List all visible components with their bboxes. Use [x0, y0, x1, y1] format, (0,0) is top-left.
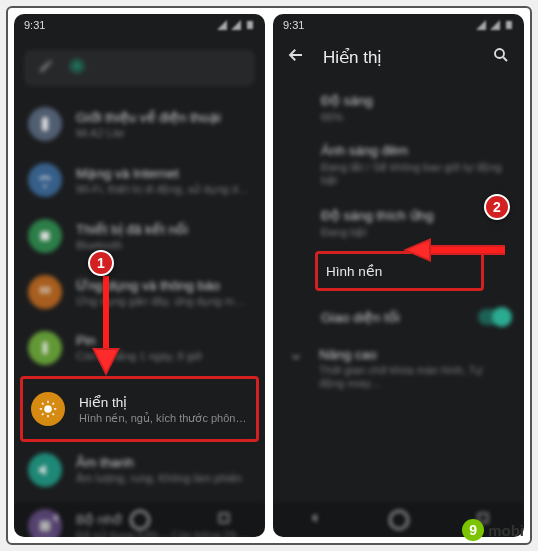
setting-sub: Thời gian chờ khóa màn hình, Tự động xoa… [319, 364, 510, 390]
setting-advanced[interactable]: Nâng cao Thời gian chờ khóa màn hình, Tự… [273, 335, 524, 390]
phone-info-icon [28, 107, 62, 141]
bluetooth-icon [28, 219, 62, 253]
setting-wallpaper[interactable]: Hình nền [326, 264, 382, 279]
svg-rect-21 [506, 21, 512, 29]
watermark-badge: 9 [462, 519, 484, 541]
svg-marker-0 [217, 20, 227, 30]
arrow-left-to-wallpaper [399, 232, 509, 268]
svg-marker-17 [95, 350, 117, 372]
svg-point-4 [75, 64, 80, 69]
status-time: 9:31 [24, 19, 45, 31]
setting-sub: Đang tắt / Sẽ không bao giờ tự động bật [321, 161, 510, 187]
svg-point-11 [44, 291, 47, 294]
row-connected-devices[interactable]: Thiết bị đã kết nối Bluetooth [14, 208, 265, 264]
edit-icon [38, 58, 54, 78]
row-sub: Wi-Fi, thiết bị di động, sử dụng dữ liệu… [76, 183, 251, 196]
setting-brightness[interactable]: Độ sáng 66% [321, 82, 524, 133]
svg-point-22 [495, 49, 504, 58]
setting-title: Giao diện tối [321, 309, 400, 325]
settings-header-hint [14, 36, 265, 46]
setting-title: Ánh sáng đêm [321, 143, 510, 158]
search-icon[interactable] [492, 46, 510, 68]
setting-title: Nâng cao [319, 347, 510, 362]
setting-title: Độ sáng thích ứng [321, 207, 510, 223]
row-sub: Âm lượng, rung, Không làm phiền [76, 472, 242, 485]
quick-settings-row[interactable] [24, 50, 255, 86]
watermark-text: mobi [488, 522, 524, 539]
back-icon[interactable] [287, 46, 305, 68]
svg-point-12 [47, 291, 50, 294]
row-title: Giới thiệu về điện thoại [76, 109, 221, 125]
svg-marker-1 [231, 20, 241, 30]
status-time: 9:31 [283, 19, 304, 31]
setting-dark-theme[interactable]: Giao diện tối [321, 299, 524, 335]
svg-rect-18 [219, 514, 228, 523]
nav-home-icon[interactable] [130, 510, 150, 530]
highlight-display-row: Hiển thị Hình nền, ngủ, kích thước phông… [20, 376, 259, 442]
settings-list: Giới thiệu về điện thoại Mi A2 Lite Mạng… [14, 96, 265, 537]
display-settings-list-2: Giao diện tối [273, 293, 524, 335]
svg-rect-13 [43, 342, 48, 354]
appbar-title: Hiển thị [323, 47, 474, 68]
status-icons [217, 20, 255, 30]
arrow-down-to-display [86, 272, 126, 382]
svg-point-8 [44, 287, 47, 290]
wifi-icon [28, 163, 62, 197]
row-apps-notifications[interactable]: Ứng dụng và thông báo Ứng dụng gần đây, … [14, 264, 265, 320]
status-bar: 9:31 [273, 14, 524, 36]
sound-icon [28, 453, 62, 487]
nav-home-icon[interactable] [389, 510, 409, 530]
display-icon [31, 392, 65, 426]
phone-right-display-settings: 9:31 Hiển thị Độ sáng 66% Ánh sáng đêm [273, 14, 524, 537]
row-title: Mạng và Internet [76, 165, 251, 181]
row-sub: Mi A2 Lite [76, 127, 221, 139]
row-about-phone[interactable]: Giới thiệu về điện thoại Mi A2 Lite [14, 96, 265, 152]
callout-badge-2: 2 [484, 194, 510, 220]
setting-sub: 66% [321, 111, 510, 123]
battery-icon [28, 331, 62, 365]
apps-icon [28, 275, 62, 309]
svg-marker-19 [476, 20, 486, 30]
phone-left-settings: 9:31 Giới thiệu về điện thoại [14, 14, 265, 537]
row-title: Hiển thị [79, 394, 248, 410]
app-bar: Hiển thị [273, 36, 524, 76]
nav-back-icon[interactable] [47, 509, 65, 531]
setting-night-light[interactable]: Ánh sáng đêm Đang tắt / Sẽ không bao giờ… [321, 133, 524, 197]
nav-recents-icon[interactable] [215, 509, 233, 531]
row-sub: Hình nền, ngủ, kích thước phông chữ [79, 412, 248, 425]
android-nav-bar [14, 503, 265, 537]
toggle-on-icon[interactable] [478, 309, 510, 325]
watermark-9mobi: 9 mobi [462, 519, 524, 541]
row-network[interactable]: Mạng và Internet Wi-Fi, thiết bị di động… [14, 152, 265, 208]
row-sub: Bluetooth [76, 239, 188, 251]
svg-point-14 [44, 405, 52, 413]
dnd-icon [68, 57, 86, 79]
status-icons [476, 20, 514, 30]
svg-point-7 [40, 287, 43, 290]
row-display[interactable]: Hiển thị Hình nền, ngủ, kích thước phông… [23, 381, 256, 437]
setting-title: Độ sáng [321, 92, 510, 108]
svg-marker-20 [490, 20, 500, 30]
svg-point-9 [47, 287, 50, 290]
nav-back-icon[interactable] [306, 509, 324, 531]
svg-rect-6 [41, 232, 50, 241]
row-title: Thiết bị đã kết nối [76, 221, 188, 237]
row-title: Âm thanh [76, 455, 242, 470]
svg-point-10 [40, 291, 43, 294]
display-settings-list: Độ sáng 66% Ánh sáng đêm Đang tắt / Sẽ k… [273, 76, 524, 249]
svg-rect-2 [247, 21, 253, 29]
status-bar: 9:31 [14, 14, 265, 36]
callout-badge-1: 1 [88, 250, 114, 276]
chevron-down-icon [287, 350, 305, 368]
row-battery[interactable]: Pin Còn khoảng 1 ngày, 8 giờ [14, 320, 265, 376]
row-sound[interactable]: Âm thanh Âm lượng, rung, Không làm phiền [14, 442, 265, 498]
svg-rect-5 [42, 117, 48, 131]
